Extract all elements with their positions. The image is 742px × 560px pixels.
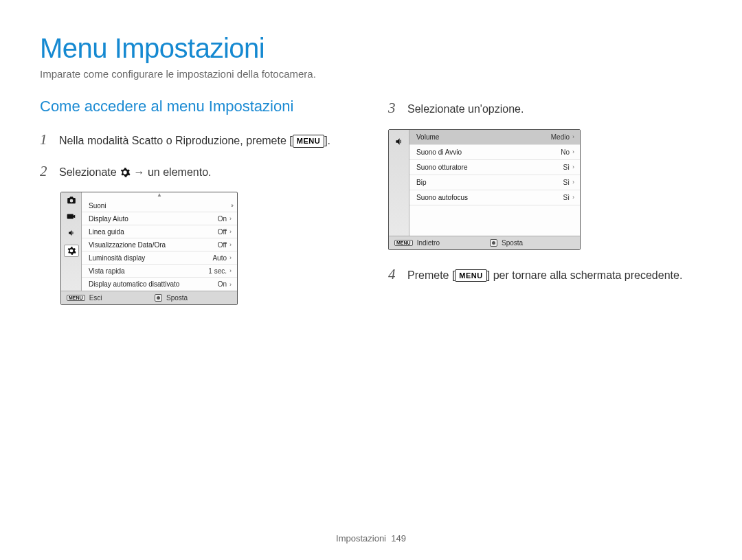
- lcd-screenshot-settings: ▲ Suoni›› Display AiutoOn› Linea guidaOf…: [60, 192, 238, 305]
- item-label: Suono autofocus: [416, 194, 468, 201]
- step-text-part: Selezionate: [59, 166, 120, 178]
- step-text-part: Nella modalità Scatto o Riproduzione, pr…: [59, 135, 293, 146]
- list-item: Display AiutoOn›: [82, 212, 237, 225]
- caret-up-icon: ▲: [82, 192, 237, 199]
- lcd-footer: MENUEsci Sposta: [61, 291, 237, 304]
- chevron-right-icon: ›: [572, 179, 574, 186]
- item-label: Linea guida: [89, 228, 124, 236]
- list-item: Linea guidaOff›: [82, 225, 237, 238]
- footer-label: Sposta: [166, 294, 188, 302]
- item-value: Auto: [212, 254, 227, 262]
- list-item: [409, 205, 580, 221]
- menu-badge-icon: MENU: [293, 135, 324, 148]
- step-3: 3 Selezionate un'opzione.: [388, 98, 702, 120]
- step-text-part: Premete [: [407, 269, 455, 281]
- lcd-sidebar: [61, 192, 82, 291]
- step-text-part: ] per tornare alla schermata precedente.: [487, 269, 683, 281]
- item-value: 1 sec.: [208, 267, 227, 275]
- chevron-right-icon: ›: [572, 133, 574, 140]
- list-item: Suoni››: [82, 199, 237, 212]
- right-column: 3 Selezionate un'opzione. VolumeMedio› S…: [388, 98, 702, 319]
- gear-icon: [64, 245, 79, 257]
- menu-badge-icon: MENU: [67, 295, 85, 301]
- left-column: Come accedere al menu Impostazioni 1 Nel…: [40, 98, 354, 319]
- step-1: 1 Nella modalità Scatto o Riproduzione, …: [40, 129, 354, 151]
- speaker-icon: [394, 137, 405, 146]
- item-value: Sì: [563, 194, 570, 201]
- chevron-right-icon: ›: [572, 194, 574, 201]
- item-value: Off: [218, 228, 227, 236]
- list-item: Luminosità displayAuto›: [82, 251, 237, 265]
- item-value: Off: [218, 241, 227, 249]
- chevron-right-icon: ›: [572, 164, 574, 170]
- chevron-right-icon: ›: [572, 148, 574, 155]
- item-value: On: [218, 215, 227, 223]
- step-text: Nella modalità Scatto o Riproduzione, pr…: [59, 133, 354, 149]
- page-footer: Impostazioni 149: [0, 533, 742, 544]
- item-label: Luminosità display: [89, 254, 145, 262]
- lcd-screenshot-sound: VolumeMedio› Suono di AvvioNo› Suono ott…: [388, 129, 581, 250]
- item-value: Sì: [563, 179, 570, 186]
- list-item: Suono di AvvioNo›: [409, 145, 580, 160]
- step-text: Selezionate un'opzione.: [407, 101, 702, 117]
- step-number: 4: [388, 264, 401, 286]
- lcd-list: VolumeMedio› Suono di AvvioNo› Suono ott…: [409, 130, 580, 236]
- step-text: Selezionate → un elemento.: [59, 164, 354, 181]
- lcd-sidebar: [389, 130, 409, 236]
- item-value: Sì: [563, 164, 570, 171]
- joystick-icon: [155, 294, 162, 302]
- page-intro: Imparate come configurare le impostazion…: [40, 68, 702, 80]
- item-label: Suono di Avvio: [416, 148, 462, 156]
- chevron-right-icon: ›: [229, 241, 232, 248]
- lcd-footer: MENUIndietro Sposta: [389, 236, 580, 249]
- step-4: 4 Premete [MENU] per tornare alla scherm…: [388, 264, 702, 286]
- gear-icon: [120, 167, 131, 178]
- speaker-icon: [66, 228, 77, 238]
- footer-label: Esci: [89, 294, 102, 302]
- chevron-right-icon: ›: [229, 215, 232, 222]
- section-heading: Come accedere al menu Impostazioni: [40, 98, 354, 115]
- camera-icon: [66, 195, 77, 205]
- chevron-right-icon: ›: [229, 228, 232, 235]
- step-2: 2 Selezionate → un elemento.: [40, 161, 354, 183]
- list-item: [409, 221, 580, 236]
- footer-label: Sposta: [502, 239, 523, 247]
- step-text-part: ].: [324, 135, 330, 146]
- list-item: Visualizzazione Data/OraOff›: [82, 238, 237, 251]
- item-value: No: [561, 148, 570, 156]
- list-item: VolumeMedio›: [409, 130, 580, 145]
- step-number: 3: [388, 98, 401, 120]
- step-text-part: → un elemento.: [134, 166, 212, 178]
- page-title: Menu Impostazioni: [40, 33, 702, 64]
- lcd-list: ▲ Suoni›› Display AiutoOn› Linea guidaOf…: [82, 192, 237, 291]
- chevron-right-icon: ›: [229, 281, 232, 288]
- footer-page-number: 149: [391, 533, 406, 544]
- list-item: BipSì›: [409, 175, 580, 190]
- list-item: Display automatico disattivatoOn›: [82, 278, 237, 291]
- joystick-icon: [490, 239, 497, 247]
- footer-label: Indietro: [417, 239, 440, 247]
- item-label: Suoni: [89, 202, 106, 210]
- item-label: Bip: [416, 179, 426, 186]
- item-label: Display automatico disattivato: [89, 280, 179, 288]
- list-item: Suono autofocusSì›: [409, 190, 580, 205]
- footer-section: Impostazioni: [336, 533, 386, 544]
- item-label: Suono otturatore: [416, 164, 468, 171]
- item-label: Volume: [416, 133, 439, 141]
- item-label: Vista rapida: [89, 267, 125, 275]
- chevron-right-icon: ›: [229, 254, 232, 261]
- item-label: Visualizzazione Data/Ora: [89, 241, 166, 249]
- item-label: Display Aiuto: [89, 215, 128, 223]
- item-value: Medio: [551, 133, 570, 141]
- list-item: Vista rapida1 sec.›: [82, 265, 237, 278]
- chevron-right-icon: ›: [229, 267, 232, 274]
- video-icon: [66, 212, 77, 221]
- step-number: 1: [40, 129, 52, 151]
- menu-badge-icon: MENU: [394, 240, 413, 246]
- step-number: 2: [40, 161, 52, 183]
- menu-badge-icon: MENU: [455, 269, 486, 282]
- list-item: Suono otturatoreSì›: [409, 160, 580, 175]
- item-value: On: [218, 280, 227, 288]
- step-text: Premete [MENU] per tornare alla schermat…: [407, 267, 702, 284]
